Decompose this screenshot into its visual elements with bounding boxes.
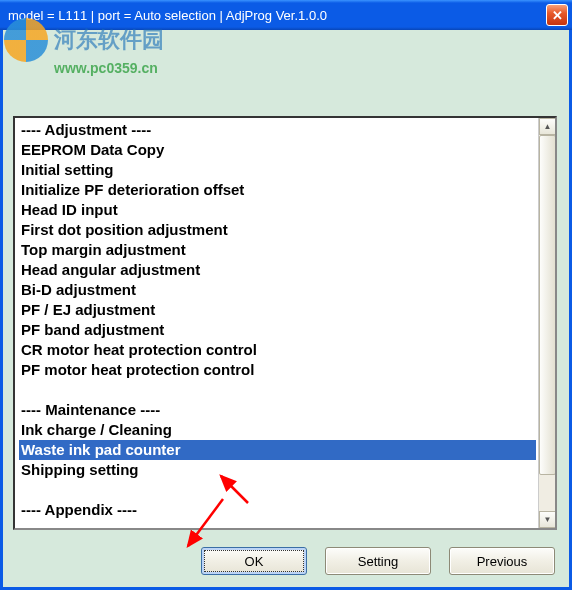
list-item[interactable]: PF / EJ adjustment <box>19 300 538 320</box>
close-icon: ✕ <box>552 8 563 23</box>
ok-button[interactable]: OK <box>201 547 307 575</box>
list-item[interactable]: Waste ink pad counter <box>19 440 536 460</box>
list-item[interactable]: Head ID input <box>19 200 538 220</box>
chevron-up-icon: ▲ <box>544 122 552 131</box>
listbox[interactable]: ---- Adjustment ----EEPROM Data CopyInit… <box>15 118 538 528</box>
list-item[interactable]: ---- Appendix ---- <box>19 500 538 520</box>
list-item[interactable]: PF band adjustment <box>19 320 538 340</box>
list-item[interactable] <box>19 380 538 400</box>
list-item[interactable]: CR motor heat protection control <box>19 340 538 360</box>
close-button[interactable]: ✕ <box>546 4 568 26</box>
window-title: model = L111 | port = Auto selection | A… <box>8 8 546 23</box>
list-item[interactable]: Top margin adjustment <box>19 240 538 260</box>
list-item[interactable]: ---- Maintenance ---- <box>19 400 538 420</box>
list-item[interactable]: Ink charge / Cleaning <box>19 420 538 440</box>
list-item[interactable]: Shipping setting <box>19 460 538 480</box>
list-item[interactable] <box>19 480 538 500</box>
chevron-down-icon: ▼ <box>544 515 552 524</box>
list-item[interactable]: Initial setting <box>19 160 538 180</box>
vertical-scrollbar[interactable]: ▲ ▼ <box>538 118 555 528</box>
previous-button[interactable]: Previous <box>449 547 555 575</box>
list-item[interactable]: Head angular adjustment <box>19 260 538 280</box>
list-item[interactable]: First dot position adjustment <box>19 220 538 240</box>
scroll-up-button[interactable]: ▲ <box>539 118 556 135</box>
content-area: ---- Adjustment ----EEPROM Data CopyInit… <box>0 30 572 590</box>
list-item[interactable]: EEPROM Data Copy <box>19 140 538 160</box>
scroll-down-button[interactable]: ▼ <box>539 511 556 528</box>
list-item[interactable]: Initialize PF deterioration offset <box>19 180 538 200</box>
button-row: OK Setting Previous <box>201 547 555 575</box>
list-item[interactable]: PF motor heat protection control <box>19 360 538 380</box>
list-item[interactable]: ---- Adjustment ---- <box>19 120 538 140</box>
titlebar: model = L111 | port = Auto selection | A… <box>0 0 572 30</box>
list-item[interactable]: Bi-D adjustment <box>19 280 538 300</box>
list-panel: ---- Adjustment ----EEPROM Data CopyInit… <box>13 116 557 530</box>
scroll-thumb[interactable] <box>539 135 556 475</box>
setting-button[interactable]: Setting <box>325 547 431 575</box>
